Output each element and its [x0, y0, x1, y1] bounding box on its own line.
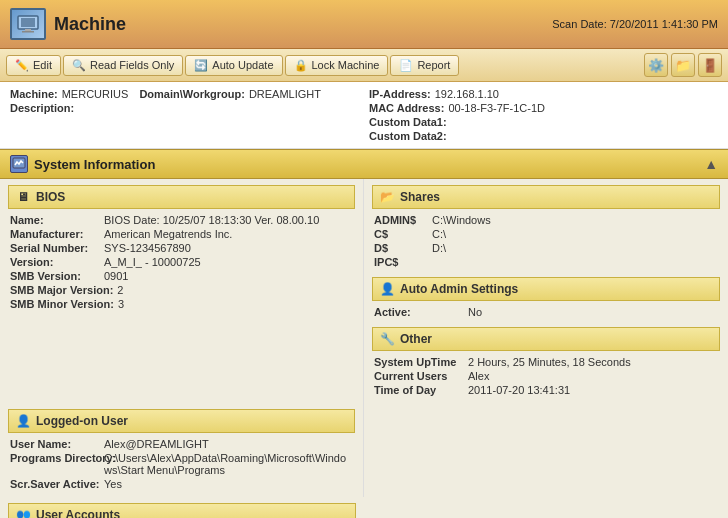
header-left: Machine [10, 8, 126, 40]
machine-icon [10, 8, 46, 40]
machine-info: Machine: MERCURIUS Domain\Workgroup: DRE… [0, 82, 728, 149]
share-c-row: C$ C:\ [372, 227, 720, 241]
other-title: 🔧 Other [372, 327, 720, 351]
page-title: Machine [54, 14, 126, 35]
logged-on-section: 👤 Logged-on User User Name: Alex@DREAMLI… [0, 403, 364, 497]
toolbar-actions: ⚙️ 📁 🚪 [644, 53, 722, 77]
other-icon: 🔧 [379, 331, 395, 347]
system-info-section-header: System Information ▲ [0, 149, 728, 179]
section-title: System Information [10, 155, 155, 173]
bios-name-row: Name: BIOS Date: 10/25/07 18:13:30 Ver. … [8, 213, 355, 227]
svg-rect-1 [21, 18, 35, 27]
share-admin-row: ADMIN$ C:\Windows [372, 213, 720, 227]
bios-serial-row: Serial Number: SYS-1234567890 [8, 241, 355, 255]
time-of-day-row: Time of Day 2011-07-20 13:41:31 [372, 383, 720, 397]
auto-admin-active-row: Active: No [372, 305, 720, 319]
mac-row: MAC Address: 00-18-F3-7F-1C-1D [369, 102, 718, 114]
scan-date: Scan Date: 7/20/2011 1:41:30 PM [552, 18, 718, 30]
description-row: Description: [10, 102, 359, 114]
auto-update-icon: 🔄 [194, 59, 208, 72]
user-accounts-icon: 👥 [15, 507, 31, 518]
bios-icon: 🖥 [15, 189, 31, 205]
edit-button[interactable]: ✏️ Edit [6, 55, 61, 76]
uptime-row: System UpTime 2 Hours, 25 Minutes, 18 Se… [372, 355, 720, 369]
section-body: 🖥 BIOS Name: BIOS Date: 10/25/07 18:13:3… [0, 179, 728, 518]
report-icon: 📄 [399, 59, 413, 72]
user-accounts-section: 👥 User Accounts Admin Admin Administrato… [0, 497, 364, 518]
bios-smb-minor-row: SMB Minor Version: 3 [8, 297, 355, 311]
svg-rect-3 [22, 31, 34, 33]
user-accounts-title: 👥 User Accounts [8, 503, 356, 518]
toolbar: ✏️ Edit 🔍 Read Fields Only 🔄 Auto Update… [0, 49, 728, 82]
bios-smb-row: SMB Version: 0901 [8, 269, 355, 283]
auto-admin-title: 👤 Auto Admin Settings [372, 277, 720, 301]
right-placeholder [364, 403, 728, 497]
share-ipc-row: IPC$ [372, 255, 720, 269]
edit-icon: ✏️ [15, 59, 29, 72]
shares-section: 📂 Shares ADMIN$ C:\Windows C$ C:\ D$ D:\… [364, 179, 728, 403]
read-only-icon: 🔍 [72, 59, 86, 72]
username-row: User Name: Alex@DREAMLIGHT [8, 437, 355, 451]
read-only-button[interactable]: 🔍 Read Fields Only [63, 55, 183, 76]
ip-row: IP-Address: 192.168.1.10 [369, 88, 718, 100]
logged-on-icon: 👤 [15, 413, 31, 429]
collapse-button[interactable]: ▲ [704, 156, 718, 172]
bios-mfr-row: Manufacturer: American Megatrends Inc. [8, 227, 355, 241]
svg-rect-2 [25, 29, 31, 31]
bios-version-row: Version: A_M_I_ - 10000725 [8, 255, 355, 269]
current-users-row: Current Users Alex [372, 369, 720, 383]
bios-section: 🖥 BIOS Name: BIOS Date: 10/25/07 18:13:3… [0, 179, 364, 403]
custom2-row: Custom Data2: [369, 130, 718, 142]
share-d-row: D$ D:\ [372, 241, 720, 255]
bios-smb-major-row: SMB Major Version: 2 [8, 283, 355, 297]
report-button[interactable]: 📄 Report [390, 55, 459, 76]
section-icon [10, 155, 28, 173]
exit-button[interactable]: 🚪 [698, 53, 722, 77]
programs-dir-row: Programs Directory: C:\Users\Alex\AppDat… [8, 451, 355, 477]
bios-title: 🖥 BIOS [8, 185, 355, 209]
settings-button[interactable]: ⚙️ [644, 53, 668, 77]
lock-machine-button[interactable]: 🔒 Lock Machine [285, 55, 389, 76]
folder-button[interactable]: 📁 [671, 53, 695, 77]
shares-icon: 📂 [379, 189, 395, 205]
content-area[interactable]: System Information ▲ 🖥 BIOS Name: BIOS D… [0, 149, 728, 518]
scr-saver-row: Scr.Saver Active: Yes [8, 477, 355, 491]
auto-update-button[interactable]: 🔄 Auto Update [185, 55, 282, 76]
logged-on-title: 👤 Logged-on User [8, 409, 355, 433]
header: Machine Scan Date: 7/20/2011 1:41:30 PM [0, 0, 728, 49]
auto-admin-icon: 👤 [379, 281, 395, 297]
lock-icon: 🔒 [294, 59, 308, 72]
custom1-row: Custom Data1: [369, 116, 718, 128]
shares-title: 📂 Shares [372, 185, 720, 209]
machine-row: Machine: MERCURIUS Domain\Workgroup: DRE… [10, 88, 359, 100]
